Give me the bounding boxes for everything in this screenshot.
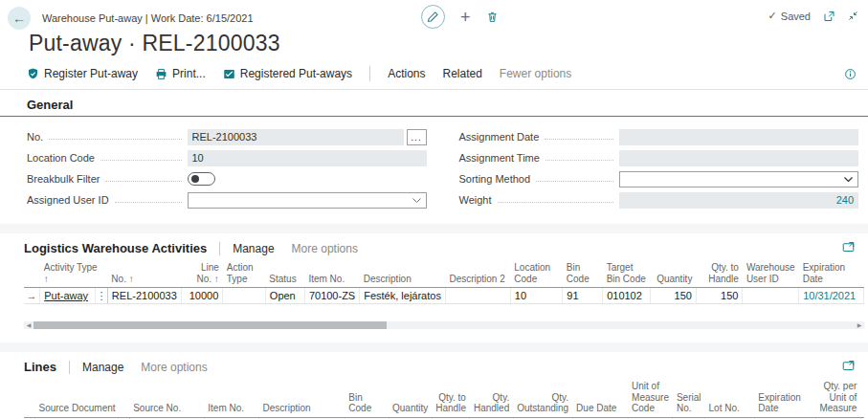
collapse-header-button[interactable] <box>848 11 858 21</box>
col-action-type[interactable]: Action Type <box>223 260 266 288</box>
popout-icon <box>823 11 835 22</box>
print-button[interactable]: Print... <box>155 67 206 80</box>
focus-mode-icon <box>842 360 855 371</box>
back-button[interactable]: ← <box>8 7 31 30</box>
record-actions: + <box>421 5 499 29</box>
cell-activity-type[interactable]: Put-away <box>40 288 96 304</box>
app-caption: Warehouse Put-away | Work Date: 6/15/202… <box>42 12 254 24</box>
col-cross-dock[interactable]: Cross-Dock Information <box>860 379 864 417</box>
fewer-options-button[interactable]: Fewer options <box>500 67 571 80</box>
action-bar-divider <box>369 66 370 81</box>
col-no[interactable]: No. ↑ <box>107 260 181 288</box>
col-qty-per-uom[interactable]: Qty. per Unit of Measure <box>815 379 860 417</box>
no-assist-edit-button[interactable]: ... <box>407 129 427 145</box>
col-item-no[interactable]: Item No. <box>204 379 258 417</box>
cell-target-bin-code[interactable]: 010102 <box>603 288 651 304</box>
cell-item-no[interactable]: 70100-ZS <box>304 288 359 304</box>
related-menu[interactable]: Related <box>442 67 481 80</box>
lines-card: Lines Manage More options Source Documen… <box>0 352 868 419</box>
col-target-bin-code[interactable]: Target Bin Code <box>603 260 651 288</box>
col-warehouse-user-id[interactable]: Warehouse User ID <box>743 260 799 288</box>
col-source-no[interactable]: Source No. <box>129 379 204 417</box>
activities-empty-area <box>0 304 868 321</box>
col-serial-no[interactable]: Serial No. <box>673 379 705 417</box>
field-assigned-user-id: Assigned User ID <box>27 189 427 210</box>
col-location-code[interactable]: Location Code <box>510 260 563 288</box>
cell-action-type[interactable] <box>223 288 266 304</box>
col-bin-code[interactable]: Bin Code <box>345 379 389 417</box>
col-qty-outstanding[interactable]: Qty. Outstanding <box>513 379 572 417</box>
col-bin-code[interactable]: Bin Code <box>563 260 603 288</box>
col-uom-code[interactable]: Unit of Measure Code <box>628 379 673 417</box>
assignment-time-label: Assignment Time <box>459 152 540 164</box>
activities-focus-mode-button[interactable] <box>842 241 855 253</box>
assignment-time-field <box>619 150 858 166</box>
lines-focus-mode-button[interactable] <box>842 360 855 371</box>
register-put-away-button[interactable]: Register Put-away <box>27 67 138 80</box>
col-description[interactable]: Description <box>259 379 345 417</box>
edit-button[interactable] <box>421 5 445 29</box>
col-qty-handled[interactable]: Qty. Handled <box>470 379 513 417</box>
col-qty-to-handle[interactable]: Qty. to Handle <box>432 379 470 417</box>
delete-button[interactable] <box>486 11 499 24</box>
col-expiration-date[interactable]: Expiration Date <box>754 379 815 417</box>
toggle-knob <box>191 175 199 183</box>
lines-table-container: Source Document Source No. Item No. Desc… <box>24 379 864 419</box>
cell-quantity[interactable]: 150 <box>650 288 696 304</box>
cell-warehouse-user-id[interactable] <box>743 288 799 304</box>
chevron-down-icon[interactable] <box>412 198 421 203</box>
activities-horizontal-scrollbar[interactable]: ◀ ▶ <box>24 321 864 329</box>
pencil-icon <box>427 11 439 23</box>
assignment-date-label: Assignment Date <box>459 131 540 143</box>
sorting-method-select[interactable] <box>619 171 858 187</box>
col-quantity[interactable]: Quantity <box>650 260 696 288</box>
col-qty-to-handle[interactable]: Qty. to Handle <box>696 260 743 288</box>
assigned-user-id-field[interactable] <box>188 192 427 209</box>
new-button[interactable]: + <box>460 9 471 26</box>
page-title: Put-away · REL-2100033 <box>29 31 868 56</box>
open-in-new-window-button[interactable] <box>823 11 835 22</box>
breakbulk-filter-toggle[interactable] <box>188 172 215 186</box>
cell-location-code[interactable]: 10 <box>510 288 563 304</box>
col-description-2[interactable]: Description 2 <box>445 260 510 288</box>
col-expiration-date[interactable]: Expiration Date <box>799 260 864 288</box>
col-item-no[interactable]: Item No. <box>304 260 359 288</box>
row-menu-button[interactable]: ⋮ <box>96 288 108 304</box>
cell-qty-to-handle[interactable]: 150 <box>696 288 743 304</box>
page-info-button[interactable] <box>844 68 857 80</box>
lines-more-options-button[interactable]: More options <box>141 361 207 374</box>
dotted-leader <box>536 173 613 182</box>
activities-card: Logistics Warehouse Activities Manage Mo… <box>0 233 868 342</box>
col-source-document[interactable]: Source Document <box>35 379 130 417</box>
header-divider <box>69 361 70 374</box>
cell-description-2[interactable] <box>445 288 510 304</box>
cell-expiration-date[interactable]: 10/31/2021 <box>799 288 864 304</box>
col-description[interactable]: Description <box>360 260 446 288</box>
scroll-right-icon[interactable]: ▶ <box>855 321 864 329</box>
col-lot-no[interactable]: Lot No. <box>705 379 755 417</box>
no-label: No. <box>27 131 43 143</box>
cell-no[interactable]: REL-2100033 <box>107 288 181 304</box>
col-status[interactable]: Status <box>265 260 304 288</box>
activities-manage-button[interactable]: Manage <box>233 242 274 255</box>
registered-document-icon <box>223 68 235 80</box>
trash-icon <box>486 11 499 24</box>
col-activity-type[interactable]: Activity Type ↑ <box>40 260 108 288</box>
col-due-date[interactable]: Due Date <box>572 379 628 417</box>
actions-menu[interactable]: Actions <box>388 67 425 80</box>
registered-put-aways-button[interactable]: Registered Put-aways <box>223 67 352 80</box>
cell-description[interactable]: Festék, lejáratos <box>360 288 446 304</box>
scrollbar-thumb[interactable] <box>33 321 387 329</box>
cell-bin-code[interactable]: 91 <box>563 288 603 304</box>
assignment-date-field <box>619 129 858 145</box>
lines-manage-button[interactable]: Manage <box>82 361 123 374</box>
cell-status[interactable]: Open <box>265 288 304 304</box>
cell-line-no[interactable]: 10000 <box>181 288 223 304</box>
col-line-no[interactable]: Line No. ↑ <box>181 260 223 288</box>
general-section-title[interactable]: General <box>27 98 73 112</box>
col-quantity[interactable]: Quantity <box>389 379 432 417</box>
general-divider <box>0 116 868 117</box>
weight-field: 240 <box>619 192 858 209</box>
scroll-left-icon[interactable]: ◀ <box>24 321 33 329</box>
activities-more-options-button[interactable]: More options <box>292 242 358 255</box>
